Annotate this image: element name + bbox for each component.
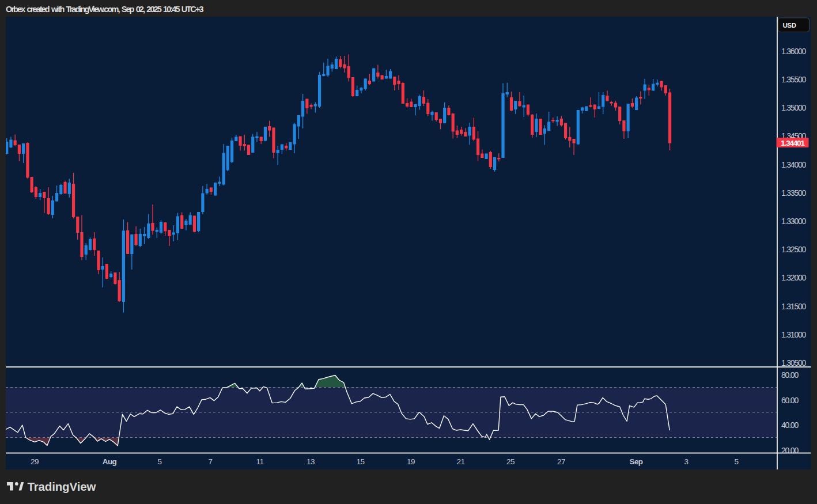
svg-text:1.31500: 1.31500 [781, 302, 807, 311]
svg-text:7: 7 [209, 457, 213, 466]
svg-text:60.00: 60.00 [781, 396, 799, 405]
svg-text:21: 21 [457, 457, 465, 466]
svg-text:1.31000: 1.31000 [781, 330, 807, 339]
svg-text:TradingView: TradingView [28, 480, 96, 493]
svg-text:13: 13 [307, 457, 315, 466]
svg-text:1.35500: 1.35500 [781, 75, 807, 84]
svg-text:1.30500: 1.30500 [781, 358, 807, 367]
svg-text:1.35000: 1.35000 [781, 103, 807, 112]
svg-text:Aug: Aug [103, 457, 117, 466]
svg-text:3: 3 [684, 457, 689, 466]
svg-text:USD: USD [782, 22, 796, 29]
svg-text:5: 5 [158, 457, 162, 466]
svg-text:1.33500: 1.33500 [781, 188, 807, 198]
svg-text:15: 15 [357, 457, 365, 466]
svg-text:1.34000: 1.34000 [781, 160, 807, 169]
svg-text:1.32000: 1.32000 [781, 273, 807, 282]
svg-text:20.00: 20.00 [781, 446, 799, 455]
svg-text:27: 27 [557, 457, 565, 466]
svg-text:1.33000: 1.33000 [781, 217, 807, 226]
svg-text:1.36000: 1.36000 [781, 47, 807, 56]
svg-text:25: 25 [506, 457, 515, 466]
svg-text:29: 29 [31, 457, 39, 466]
svg-text:1.32500: 1.32500 [781, 245, 807, 254]
svg-text:1.34401: 1.34401 [781, 139, 805, 147]
svg-text:5: 5 [735, 457, 739, 466]
svg-text:Sep: Sep [630, 457, 643, 466]
svg-text:80.00: 80.00 [781, 370, 799, 380]
svg-text:40.00: 40.00 [781, 420, 799, 430]
svg-text:19: 19 [407, 457, 415, 466]
svg-text:Orbex created with TradingView: Orbex created with TradingView.com, Sep … [6, 5, 203, 14]
svg-text:11: 11 [256, 457, 264, 466]
